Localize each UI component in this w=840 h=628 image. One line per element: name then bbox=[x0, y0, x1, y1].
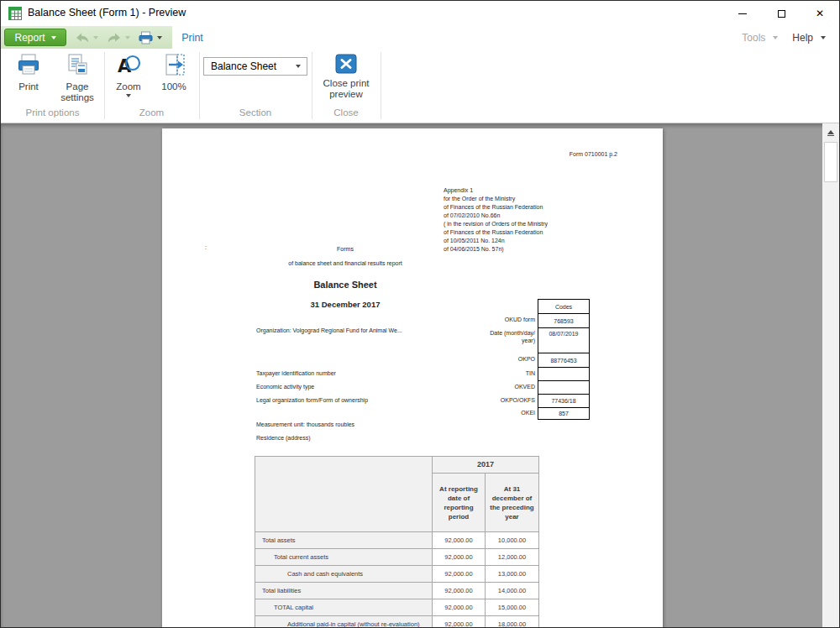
col2-header-cell: At 31 december of the preceding year bbox=[486, 474, 539, 532]
residence-line: Residence (address) bbox=[256, 435, 311, 441]
document-title: Balance Sheet bbox=[196, 280, 495, 290]
row-current-value: 92,000.00 bbox=[433, 616, 486, 628]
okfs-description: Legal organization form/Form of ownershi… bbox=[256, 397, 368, 403]
row-label: Cash and cash equivalents bbox=[255, 566, 433, 583]
table-row: Total assets 92,000.00 10,000.00 bbox=[255, 532, 539, 549]
page-settings-button[interactable]: Page settings bbox=[51, 52, 103, 103]
app-window: Balance Sheet (Form 1) - Preview ✕ Repor… bbox=[0, 0, 840, 628]
section-dropdown-icon bbox=[296, 65, 301, 68]
table-row: Total current assets 92,000.00 12,000.00 bbox=[255, 549, 539, 566]
zoom-dropdown-icon bbox=[126, 94, 131, 97]
vertical-scrollbar[interactable] bbox=[822, 123, 839, 627]
document-date: 31 December 2017 bbox=[196, 300, 495, 309]
help-dropdown-icon[interactable] bbox=[821, 36, 826, 39]
appendix-line: of 07/02/2010 No.66n bbox=[444, 212, 548, 220]
row-current-value: 92,000.00 bbox=[433, 549, 486, 566]
okved-description: Economic activity type bbox=[256, 384, 314, 390]
redo-dropdown-icon[interactable] bbox=[125, 36, 130, 39]
zoom-icon: A bbox=[115, 52, 142, 79]
date-value: 08/07/2019 bbox=[538, 327, 589, 353]
titlebar: Balance Sheet (Form 1) - Preview ✕ bbox=[1, 1, 839, 26]
close-preview-label: Close print preview bbox=[312, 78, 380, 100]
close-preview-button[interactable]: Close print preview bbox=[311, 52, 381, 100]
okei-value: 857 bbox=[538, 407, 589, 419]
row-current-value: 92,000.00 bbox=[433, 532, 486, 549]
report-menu-label: Report bbox=[14, 32, 45, 44]
printer-icon bbox=[139, 31, 153, 44]
okved-label: OKVED bbox=[514, 384, 535, 390]
okud-value: 768593 bbox=[538, 313, 589, 327]
tin-value bbox=[538, 367, 589, 380]
print-button-label: Print bbox=[18, 81, 39, 92]
scroll-up-button[interactable] bbox=[822, 123, 839, 142]
year-header-cell: 2017 bbox=[433, 457, 539, 474]
appendix-line: Appendix 1 bbox=[444, 186, 548, 195]
group-label-zoom: Zoom bbox=[104, 107, 199, 118]
report-menu-button[interactable]: Report bbox=[4, 29, 66, 46]
svg-text:A: A bbox=[118, 56, 132, 76]
row-previous-value: 13,000.00 bbox=[486, 566, 539, 583]
row-label: Total current assets bbox=[255, 549, 433, 566]
balance-table: 2017 At reporting date of reporting peri… bbox=[255, 456, 539, 627]
maximize-button[interactable] bbox=[762, 1, 801, 26]
zoom-100-button[interactable]: 100% bbox=[152, 52, 196, 92]
okved-value bbox=[538, 380, 589, 394]
page-settings-label: Page settings bbox=[51, 81, 103, 103]
row-previous-value: 18,000.00 bbox=[486, 616, 539, 628]
row-current-value: 92,000.00 bbox=[433, 599, 486, 616]
minimize-icon bbox=[738, 13, 747, 14]
okud-label: OKUD form bbox=[505, 317, 535, 323]
app-icon bbox=[8, 7, 22, 20]
row-label: TOTAL capital bbox=[255, 599, 433, 616]
table-header-row: 2017 bbox=[255, 457, 539, 474]
undo-dropdown-icon[interactable] bbox=[93, 36, 98, 39]
zoom-button[interactable]: A Zoom bbox=[107, 52, 150, 97]
group-label-print-options: Print options bbox=[1, 107, 104, 118]
tools-dropdown-icon[interactable] bbox=[773, 36, 778, 39]
menu-tools[interactable]: Tools bbox=[742, 32, 765, 44]
minimize-button[interactable] bbox=[723, 1, 762, 26]
okfs-label: OKPO/OKFS bbox=[501, 397, 535, 404]
print-icon bbox=[15, 52, 42, 79]
okfs-value: 77436/18 bbox=[538, 394, 589, 407]
table-row: Cash and cash equivalents 92,000.00 13,0… bbox=[255, 566, 539, 583]
row-previous-value: 15,000.00 bbox=[486, 599, 539, 616]
appendix-line: of 10/05/2011 No. 124n bbox=[444, 237, 548, 245]
row-label: Additional paid-in capital (without re-e… bbox=[255, 616, 433, 628]
table-row: Total liabilities 92,000.00 14,000.00 bbox=[255, 583, 539, 599]
date-label: Date (month/day/year) bbox=[488, 329, 535, 344]
document-page: Form 0710001 p.2 Appendix 1 for the Orde… bbox=[162, 128, 663, 627]
preview-area: Form 0710001 p.2 Appendix 1 for the Orde… bbox=[1, 123, 839, 627]
measurement-unit-line: Measurement unit: thousands roubles bbox=[256, 421, 354, 427]
organization-line: Organization: Volgograd Regional Fund fo… bbox=[256, 327, 402, 333]
row-current-value: 92,000.00 bbox=[433, 566, 486, 583]
quick-access-strip: Report bbox=[1, 26, 172, 49]
table-row: TOTAL capital 92,000.00 15,000.00 bbox=[255, 599, 539, 616]
chevron-down-icon bbox=[51, 36, 56, 39]
menu-help[interactable]: Help bbox=[792, 32, 813, 44]
scroll-up-icon-base bbox=[827, 135, 834, 136]
tin-description: Taxpayer identification number bbox=[256, 370, 336, 376]
close-icon: ✕ bbox=[816, 8, 824, 18]
table-row: Additional paid-in capital (without re-e… bbox=[255, 616, 539, 628]
tab-print[interactable]: Print bbox=[172, 26, 213, 49]
scrollbar-thumb[interactable] bbox=[824, 142, 837, 182]
redo-button[interactable] bbox=[107, 32, 122, 44]
quick-print-button[interactable] bbox=[139, 31, 153, 44]
print-button[interactable]: Print bbox=[8, 52, 50, 92]
print-dropdown-icon[interactable] bbox=[157, 36, 162, 39]
close-button[interactable]: ✕ bbox=[801, 1, 839, 26]
zoom-100-label: 100% bbox=[161, 81, 186, 92]
redo-icon bbox=[107, 32, 122, 44]
undo-icon bbox=[75, 32, 90, 44]
okpo-label: OKPO bbox=[518, 356, 535, 363]
section-select[interactable]: Balance Sheet bbox=[203, 57, 307, 76]
zoom-button-label: Zoom bbox=[116, 81, 140, 92]
page-settings-icon bbox=[64, 52, 91, 79]
undo-button[interactable] bbox=[75, 32, 90, 44]
scroll-up-icon bbox=[827, 130, 834, 134]
form-reference: Form 0710001 p.2 bbox=[570, 151, 617, 157]
toolbar-separator bbox=[381, 52, 381, 119]
forms-title: Forms bbox=[196, 246, 495, 252]
row-previous-value: 12,000.00 bbox=[486, 549, 539, 566]
